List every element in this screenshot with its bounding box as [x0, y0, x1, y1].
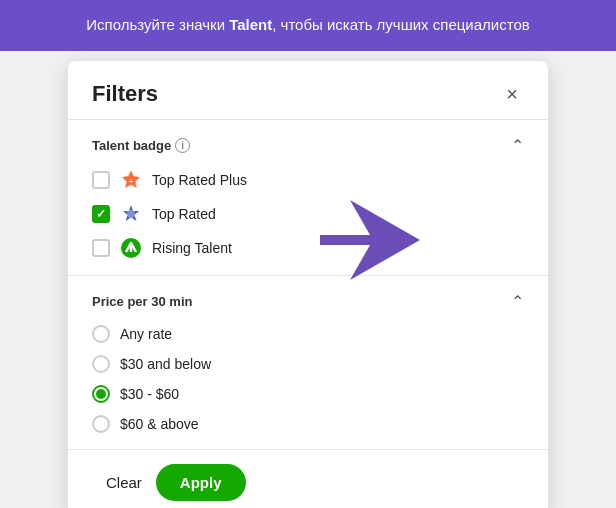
radio-item-30-below[interactable]: $30 and below [92, 355, 524, 373]
talent-badge-section: Talent badge i ⌃ + Top Rated Plus [68, 120, 548, 276]
talent-badge-title: Talent badge i [92, 138, 190, 153]
filters-header: Filters × [68, 61, 548, 120]
clear-button[interactable]: Clear [92, 466, 156, 499]
radio-60-above[interactable] [92, 415, 110, 433]
banner-text-prefix: Используйте значки [86, 16, 229, 33]
radio-label-30-below: $30 and below [120, 356, 211, 372]
filters-panel: Filters × Talent badge i ⌃ + Top Rated P… [68, 61, 548, 509]
radio-label-30-60: $30 - $60 [120, 386, 179, 402]
filters-title: Filters [92, 81, 158, 107]
top-banner: Используйте значки Talent, чтобы искать … [0, 0, 616, 51]
radio-item-60-above[interactable]: $60 & above [92, 415, 524, 433]
price-section-header: Price per 30 min ⌃ [92, 292, 524, 311]
radio-30-below[interactable] [92, 355, 110, 373]
badge-label-rising-talent: Rising Talent [152, 240, 232, 256]
radio-30-60[interactable] [92, 385, 110, 403]
price-section: Price per 30 min ⌃ Any rate $30 and belo… [68, 276, 548, 450]
badge-label-top-rated: Top Rated [152, 206, 216, 222]
filters-footer: Clear Apply [68, 450, 548, 509]
checkbox-top-rated[interactable] [92, 205, 110, 223]
radio-item-30-60[interactable]: $30 - $60 [92, 385, 524, 403]
apply-button[interactable]: Apply [156, 464, 246, 501]
talent-badge-header: Talent badge i ⌃ [92, 136, 524, 155]
rising-talent-icon [120, 237, 142, 259]
badge-item-rising-talent[interactable]: Rising Talent [92, 237, 524, 259]
banner-text-suffix: , чтобы искать лучших специалистов [272, 16, 529, 33]
radio-any-rate[interactable] [92, 325, 110, 343]
checkbox-top-rated-plus[interactable] [92, 171, 110, 189]
svg-point-3 [127, 210, 135, 218]
price-section-title: Price per 30 min [92, 294, 192, 309]
radio-item-any-rate[interactable]: Any rate [92, 325, 524, 343]
talent-badge-chevron[interactable]: ⌃ [511, 136, 524, 155]
radio-label-any-rate: Any rate [120, 326, 172, 342]
top-rated-icon [120, 203, 142, 225]
badge-label-top-rated-plus: Top Rated Plus [152, 172, 247, 188]
price-chevron[interactable]: ⌃ [511, 292, 524, 311]
checkbox-rising-talent[interactable] [92, 239, 110, 257]
svg-text:+: + [129, 177, 134, 186]
close-button[interactable]: × [500, 82, 524, 106]
talent-badge-info-icon[interactable]: i [175, 138, 190, 153]
modal-backdrop: Filters × Talent badge i ⌃ + Top Rated P… [0, 51, 616, 509]
banner-bold-text: Talent [229, 16, 272, 33]
radio-label-60-above: $60 & above [120, 416, 199, 432]
badge-item-top-rated-plus[interactable]: + Top Rated Plus [92, 169, 524, 191]
top-rated-plus-icon: + [120, 169, 142, 191]
badge-item-top-rated[interactable]: Top Rated [92, 203, 524, 225]
